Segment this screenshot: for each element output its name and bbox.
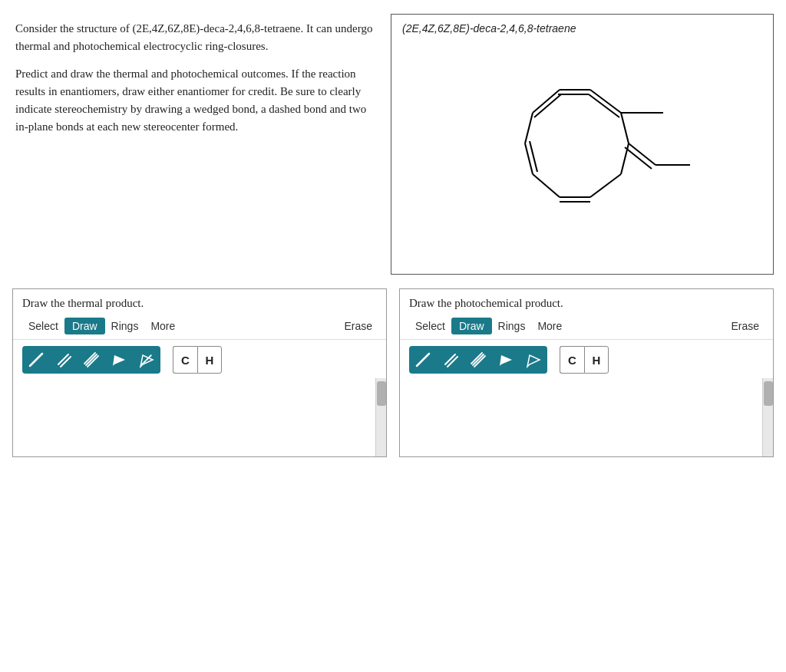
thermal-carbon-button[interactable]: C <box>173 346 197 374</box>
thermal-letter-group: C H <box>173 346 222 374</box>
thermal-draw-button[interactable]: Draw <box>64 318 105 334</box>
thermal-more-button[interactable]: More <box>144 318 181 334</box>
svg-line-18 <box>534 94 561 117</box>
photochemical-carbon-button[interactable]: C <box>560 346 584 374</box>
photochemical-toolbar: Select Draw Rings More Erase <box>400 315 773 340</box>
svg-marker-35 <box>527 355 540 367</box>
svg-line-2 <box>590 90 621 113</box>
photochemical-double-bond-button[interactable] <box>437 346 464 374</box>
photochemical-select-button[interactable]: Select <box>409 318 451 334</box>
molecule-structure <box>460 51 705 251</box>
thermal-select-button[interactable]: Select <box>22 318 64 334</box>
svg-line-20 <box>58 354 68 364</box>
photochemical-triple-bond-button[interactable] <box>464 346 492 374</box>
photochemical-single-bond-button[interactable] <box>409 346 437 374</box>
svg-marker-25 <box>113 355 125 366</box>
thermal-bond-group <box>22 346 160 374</box>
dash-bond-icon <box>138 351 155 368</box>
question-text: Consider the structure of (2E,4Z,6Z,8E)-… <box>12 14 378 152</box>
triple-bond-icon <box>83 351 100 368</box>
photochemical-letter-group: C H <box>560 346 609 374</box>
molecule-title: (2E,4Z,6Z,8E)-deca-2,4,6,8-tetraene <box>402 22 762 35</box>
wedge-bond-icon <box>497 351 514 368</box>
photochemical-panel-title: Draw the photochemical product. <box>400 289 773 315</box>
svg-marker-27 <box>140 355 153 367</box>
thermal-double-bond-button[interactable] <box>50 346 78 374</box>
single-bond-icon <box>414 351 431 368</box>
thermal-hydrogen-button[interactable]: H <box>197 346 222 374</box>
molecule-box: (2E,4Z,6Z,8E)-deca-2,4,6,8-tetraene <box>391 14 774 275</box>
thermal-dash-bond-button[interactable] <box>133 346 160 374</box>
triple-bond-icon <box>470 351 487 368</box>
photochemical-hydrogen-button[interactable]: H <box>584 346 609 374</box>
thermal-single-bond-button[interactable] <box>22 346 50 374</box>
thermal-bond-tools: C H <box>13 340 386 378</box>
photochemical-draw-canvas[interactable] <box>400 378 773 456</box>
svg-line-19 <box>30 354 42 366</box>
svg-line-28 <box>417 354 429 366</box>
dash-bond-icon <box>525 351 542 368</box>
photochemical-rings-button[interactable]: Rings <box>492 318 532 334</box>
svg-line-21 <box>61 357 71 367</box>
svg-line-3 <box>589 94 619 117</box>
svg-line-29 <box>445 354 455 364</box>
svg-marker-34 <box>500 355 512 366</box>
photochemical-dash-bond-button[interactable] <box>520 346 547 374</box>
svg-line-10 <box>590 174 621 197</box>
thermal-wedge-bond-button[interactable] <box>105 346 133 374</box>
svg-line-16 <box>525 113 533 143</box>
photochemical-draw-button[interactable]: Draw <box>451 318 492 334</box>
thermal-draw-canvas[interactable] <box>13 378 386 456</box>
photochemical-bond-tools: C H <box>400 340 773 378</box>
photochemical-bond-group <box>409 346 547 374</box>
photochemical-erase-button[interactable]: Erase <box>726 318 764 334</box>
top-row: Consider the structure of (2E,4Z,6Z,8E)-… <box>12 14 774 275</box>
molecule-svg-area <box>402 39 762 263</box>
svg-line-17 <box>533 90 560 113</box>
double-bond-icon <box>442 351 459 368</box>
thermal-rings-button[interactable]: Rings <box>105 318 145 334</box>
thermal-panel-title: Draw the thermal product. <box>13 289 386 315</box>
double-bond-icon <box>55 351 72 368</box>
thermal-draw-panel: Draw the thermal product. Select Draw Ri… <box>12 288 387 457</box>
photochemical-wedge-bond-button[interactable] <box>492 346 520 374</box>
thermal-toolbar: Select Draw Rings More Erase <box>13 315 386 340</box>
thermal-erase-button[interactable]: Erase <box>339 318 377 334</box>
question-paragraph2: Predict and draw the thermal and photoch… <box>15 65 375 137</box>
photochemical-scrollbar[interactable] <box>762 378 773 456</box>
thermal-triple-bond-button[interactable] <box>78 346 105 374</box>
single-bond-icon <box>28 351 45 368</box>
svg-line-13 <box>533 174 560 197</box>
thermal-scrollbar[interactable] <box>375 378 386 456</box>
photochemical-draw-panel: Draw the photochemical product. Select D… <box>399 288 774 457</box>
photochemical-scrollbar-thumb <box>764 381 773 406</box>
bottom-row: Draw the thermal product. Select Draw Ri… <box>12 288 774 457</box>
thermal-scrollbar-thumb <box>377 381 386 406</box>
svg-line-5 <box>621 113 629 143</box>
main-container: Consider the structure of (2E,4Z,6Z,8E)-… <box>0 0 786 457</box>
wedge-bond-icon <box>111 351 127 368</box>
photochemical-more-button[interactable]: More <box>531 318 568 334</box>
question-paragraph1: Consider the structure of (2E,4Z,6Z,8E)-… <box>15 20 375 56</box>
svg-line-30 <box>447 357 457 367</box>
